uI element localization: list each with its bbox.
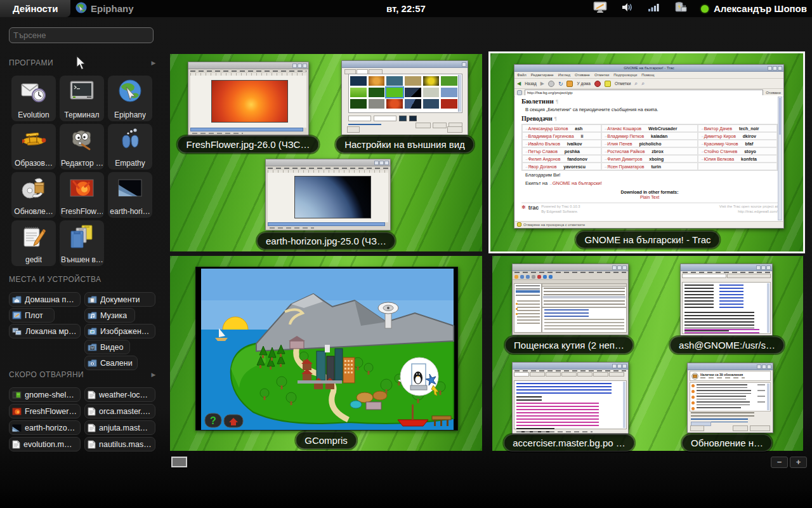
window-gimp-freshflower[interactable]: [188, 62, 309, 136]
reload-icon[interactable]: ↻: [558, 81, 563, 87]
app-terminal[interactable]: Терминал: [60, 76, 104, 121]
browser-scrollbar[interactable]: [778, 97, 782, 220]
home-button[interactable]: [224, 415, 243, 427]
app-freshflower-image[interactable]: FreshFlow…: [60, 172, 104, 218]
gimp-hscrollbar[interactable]: [268, 222, 385, 226]
zoom-out-icon[interactable]: ⌕: [641, 80, 645, 87]
app-empathy[interactable]: Empathy: [108, 124, 152, 170]
gedit-scrollbar[interactable]: [623, 382, 625, 428]
window-update-manager[interactable]: Налични са 39 обновления: [687, 363, 773, 433]
workspace-indicator[interactable]: [171, 457, 187, 467]
home-label[interactable]: У дома: [577, 81, 590, 86]
mail-message-list[interactable]: [542, 283, 627, 307]
pilcrow-icon[interactable]: ¶: [556, 99, 558, 105]
add-workspace-button[interactable]: +: [790, 457, 807, 468]
app-gimp[interactable]: Редактор …: [60, 124, 104, 170]
stop-icon[interactable]: [548, 81, 554, 87]
go-button[interactable]: Отиване: [766, 91, 781, 95]
visit-url[interactable]: http://trac.edgewall.com/: [738, 210, 778, 213]
window-gedit-po[interactable]: [512, 362, 629, 434]
wallpaper-options[interactable]: [348, 116, 417, 121]
gimp-hscrollbar[interactable]: [190, 128, 303, 131]
window-terminal[interactable]: [680, 264, 773, 336]
window-epiphany-trac[interactable]: GNOME на български! - Trac ФайлРедактира…: [514, 64, 784, 229]
terminal-content[interactable]: [682, 282, 771, 334]
volume-icon[interactable]: [620, 1, 634, 16]
recent-gnome-shell[interactable]: gnome-shel…: [9, 387, 81, 402]
display-icon[interactable]: [593, 1, 607, 16]
recent-nautilus-po[interactable]: nautilus.mas…: [84, 437, 155, 451]
place-videos[interactable]: Видео: [84, 340, 130, 354]
back-label[interactable]: Назад: [525, 81, 537, 86]
place-pictures[interactable]: Изображен…: [84, 324, 155, 338]
team-link[interactable]: GNOME на български!: [553, 180, 602, 186]
window-evolution-mail[interactable]: [512, 264, 629, 335]
app-gcompris[interactable]: Образов…: [11, 124, 56, 170]
place-label: Локална мр…: [25, 327, 77, 336]
app-epiphany[interactable]: Epiphany: [108, 76, 152, 121]
home-icon[interactable]: [566, 81, 573, 87]
clock[interactable]: вт, 22:57: [386, 0, 426, 17]
back-icon[interactable]: ◀: [517, 81, 521, 86]
browser-toolbar[interactable]: ◀ Назад ▶ ↻ У дома Отметки ⌕ ⌕: [514, 79, 783, 89]
wallpaper-grid[interactable]: [348, 74, 462, 113]
place-music[interactable]: Музика: [84, 308, 135, 323]
gedit-content[interactable]: [514, 380, 627, 429]
updates-scrollbar[interactable]: [767, 384, 769, 410]
activities-button[interactable]: Дейности: [0, 0, 70, 17]
app-gedit[interactable]: gedit: [11, 220, 56, 266]
overview-sidebar: ПРОГРАМИ ▶ Evolution Т: [0, 17, 165, 508]
recent-earth-horizon[interactable]: earth-horizo…: [9, 420, 81, 435]
recent-freshflower[interactable]: FreshFlower…: [9, 404, 81, 418]
place-local-network[interactable]: Локална мр…: [9, 324, 81, 338]
window-gimp-earth[interactable]: [265, 159, 391, 231]
close-button[interactable]: [447, 126, 462, 133]
plain-text-link[interactable]: Plain Text: [521, 195, 778, 199]
help-button[interactable]: ?: [205, 413, 221, 427]
updates-help-button[interactable]: [690, 425, 704, 431]
history-icon[interactable]: [594, 81, 601, 87]
app-menu[interactable]: Epiphany: [75, 0, 134, 17]
gedit-tabs[interactable]: [513, 372, 628, 377]
mail-preview-pane[interactable]: [542, 307, 627, 333]
search-input[interactable]: [9, 27, 154, 43]
user-menu[interactable]: Александър Шопов: [701, 3, 807, 14]
network-signal-icon[interactable]: [648, 1, 660, 16]
mail-folder-tree[interactable]: [514, 283, 542, 333]
app-evolution[interactable]: Evolution: [11, 76, 56, 121]
terminal-scrollbar[interactable]: [767, 283, 769, 333]
mail-toolbar[interactable]: [513, 274, 628, 280]
place-desktop[interactable]: Плот: [9, 308, 55, 323]
forward-icon[interactable]: ▶: [540, 81, 544, 86]
remove-workspace-button[interactable]: −: [771, 457, 788, 468]
app-earth-image[interactable]: earth-hori…: [108, 172, 152, 218]
app-appearance[interactable]: Външен в…: [60, 220, 104, 266]
get-more-backgrounds-link[interactable]: [348, 124, 381, 125]
window-gcompris[interactable]: ?: [195, 267, 458, 431]
help-button[interactable]: [347, 126, 360, 133]
wallpaper-scrollbar[interactable]: [458, 75, 461, 112]
terminal-tabs[interactable]: [681, 274, 772, 278]
recent-expand-icon[interactable]: ▶: [152, 371, 156, 378]
bookmarks-label[interactable]: Отметки: [615, 81, 631, 86]
place-documents[interactable]: Документи: [84, 292, 155, 307]
app-software-update[interactable]: Обновле…: [11, 172, 56, 218]
apps-expand-icon[interactable]: ▶: [152, 60, 156, 66]
selected-wallpaper[interactable]: [386, 88, 403, 97]
place-downloads[interactable]: Свалени: [84, 356, 138, 370]
updates-list[interactable]: [690, 382, 771, 411]
place-home[interactable]: Домашна п…: [9, 292, 81, 307]
browser-menubar[interactable]: ФайлРедактиране ИзгледОтиване ОтметкиПод…: [514, 72, 783, 79]
recent-orca-po[interactable]: orca.master.…: [84, 404, 155, 418]
recent-weather-locations[interactable]: weather-loc…: [84, 387, 155, 402]
recent-evolution-po[interactable]: evolution.m…: [9, 437, 81, 451]
recent-anjuta-po[interactable]: anjuta.mast…: [84, 420, 155, 435]
pilcrow-icon[interactable]: ¶: [554, 116, 556, 122]
bookmarks-icon[interactable]: [605, 81, 611, 87]
battery-icon[interactable]: [674, 1, 688, 17]
window-buttons[interactable]: [768, 66, 782, 70]
window-appearance[interactable]: [341, 60, 468, 135]
trac-logo-text[interactable]: trac: [528, 204, 539, 211]
zoom-in-icon[interactable]: ⌕: [634, 80, 638, 87]
updates-buttons[interactable]: [733, 425, 770, 431]
